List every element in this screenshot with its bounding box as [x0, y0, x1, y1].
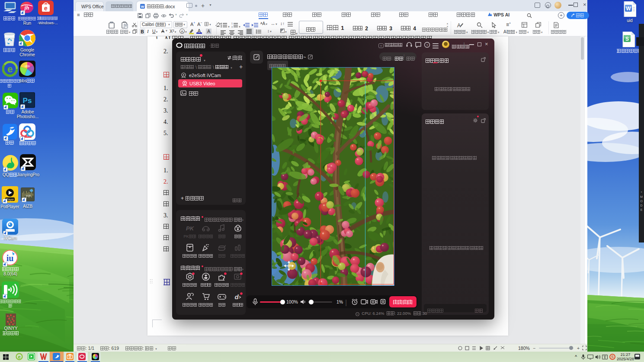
svg-text:e: e: [18, 354, 20, 359]
svg-text:AIZB: AIZB: [26, 194, 31, 197]
svg-text:W: W: [626, 6, 631, 12]
svg-text:Ps: Ps: [23, 97, 32, 105]
svg-text:iu: iu: [6, 253, 14, 263]
svg-text:e: e: [7, 64, 13, 74]
svg-text:3: 3: [231, 26, 233, 28]
svg-text:obs: obs: [25, 65, 30, 68]
svg-text:?: ?: [426, 43, 428, 47]
svg-text:W: W: [141, 5, 144, 9]
svg-text:1: 1: [231, 23, 233, 25]
svg-text:S: S: [625, 36, 629, 42]
svg-text:A: A: [457, 23, 461, 28]
svg-text:e: e: [44, 5, 48, 12]
svg-text:jh: jh: [24, 4, 29, 11]
svg-text:d: d: [234, 293, 239, 301]
svg-text:PK: PK: [186, 225, 195, 232]
